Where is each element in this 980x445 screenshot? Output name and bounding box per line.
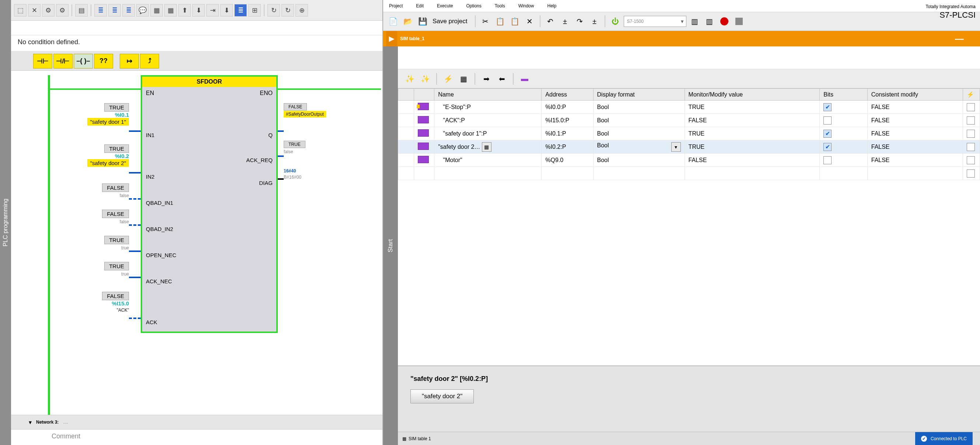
cell-action[interactable] bbox=[963, 127, 980, 140]
table-row[interactable]: "Motor"%Q9.0BoolFALSEFALSE bbox=[398, 154, 980, 167]
cell-monitor[interactable]: TRUE bbox=[684, 140, 820, 154]
cut-icon[interactable]: ✂ bbox=[479, 15, 492, 28]
in1-tag[interactable]: TRUE %I0.1 "safety door 1" bbox=[66, 103, 129, 126]
tb-icon[interactable]: ⚙ bbox=[42, 4, 54, 17]
cell-monitor[interactable]: TRUE bbox=[684, 127, 820, 140]
cell-name[interactable]: "safety door 1":P bbox=[434, 127, 542, 140]
table-row[interactable]: "safety door 1":P%I0.1:PBoolTRUE✔FALSE bbox=[398, 127, 980, 140]
tb-icon[interactable]: ▦ bbox=[164, 4, 177, 17]
cell-consistent[interactable]: FALSE bbox=[867, 154, 963, 167]
tb-icon[interactable]: ▦ bbox=[150, 4, 163, 17]
minimize-icon[interactable]: — bbox=[955, 33, 964, 44]
new-icon[interactable]: 📄 bbox=[387, 15, 399, 28]
name-picker-icon[interactable]: ▦ bbox=[482, 142, 492, 152]
compile-icon[interactable]: ▥ bbox=[689, 15, 701, 28]
tb-icon[interactable]: ≣ bbox=[94, 4, 107, 17]
cell-format[interactable]: Bool bbox=[593, 114, 684, 127]
cell-format[interactable]: Bool bbox=[593, 127, 684, 140]
box-button[interactable]: ?? bbox=[94, 54, 113, 68]
action-checkbox[interactable] bbox=[967, 130, 975, 138]
power-icon[interactable]: ⏻ bbox=[609, 15, 622, 28]
menu-help[interactable]: Help bbox=[547, 3, 556, 8]
bit-checkbox[interactable]: ✔ bbox=[823, 103, 832, 111]
tb-icon[interactable]: ⬆ bbox=[178, 4, 191, 17]
tb-icon[interactable]: ⬚ bbox=[14, 4, 27, 17]
collapse-icon[interactable]: ▾ bbox=[29, 419, 32, 426]
tb-icon[interactable]: ▤ bbox=[75, 4, 88, 17]
cell-bits[interactable] bbox=[820, 114, 867, 127]
action-checkbox[interactable] bbox=[967, 103, 975, 111]
col-consistent[interactable]: Consistent modify bbox=[867, 89, 963, 100]
bit-checkbox[interactable] bbox=[823, 116, 832, 124]
tb-icon[interactable]: ↻ bbox=[267, 4, 280, 17]
bit-checkbox[interactable]: ✔ bbox=[823, 143, 832, 151]
q-tag[interactable]: FALSE #SafetyDoorOutput bbox=[284, 103, 357, 118]
col-flash[interactable]: ⚡ bbox=[963, 89, 980, 100]
sim-table[interactable]: Name Address Display format Monitor/Modi… bbox=[398, 88, 980, 366]
cell-address[interactable]: %I0.0:P bbox=[542, 100, 593, 114]
stop-icon[interactable] bbox=[733, 15, 745, 28]
diag-tag[interactable]: 16#40 B#16#00 bbox=[284, 167, 357, 180]
tb-icon[interactable]: ↻ bbox=[282, 4, 294, 17]
action-checkbox[interactable] bbox=[967, 156, 975, 164]
tb-icon[interactable]: ✕ bbox=[28, 4, 41, 17]
tb-icon[interactable]: ≣ bbox=[108, 4, 121, 17]
flash-icon[interactable]: ⚡ bbox=[442, 73, 454, 85]
cell-address[interactable]: %I15.0:P bbox=[542, 114, 593, 127]
cell-action[interactable] bbox=[963, 154, 980, 167]
cell-action[interactable] bbox=[963, 114, 980, 127]
tb-icon[interactable]: ≣ bbox=[123, 4, 135, 17]
cell-name[interactable]: "safety door 2… ▦ bbox=[434, 140, 542, 154]
tb-icon[interactable]: ≣ bbox=[234, 4, 247, 17]
bit-checkbox[interactable] bbox=[823, 156, 832, 164]
col-blank1[interactable] bbox=[398, 89, 414, 100]
col-name[interactable]: Name bbox=[434, 89, 542, 100]
cell-monitor[interactable]: FALSE bbox=[684, 114, 820, 127]
tb-icon[interactable]: ⊞ bbox=[248, 4, 261, 17]
delete-icon[interactable]: ✕ bbox=[523, 15, 536, 28]
cell-bits[interactable]: ✔ bbox=[820, 127, 867, 140]
device-select[interactable]: S7-1500 bbox=[624, 16, 686, 27]
col-blank2[interactable] bbox=[414, 89, 434, 100]
save-project-label[interactable]: Save project bbox=[433, 17, 468, 25]
contact-nc-button[interactable]: ⊣/⊢ bbox=[53, 54, 73, 68]
open-icon[interactable]: 📂 bbox=[402, 15, 414, 28]
col-address[interactable]: Address bbox=[542, 89, 593, 100]
action-checkbox[interactable] bbox=[967, 143, 975, 151]
detail-button[interactable]: "safety door 2" bbox=[410, 389, 474, 404]
menu-edit[interactable]: Edit bbox=[416, 3, 424, 8]
col-monitor-modify[interactable]: Monitor/Modify value bbox=[684, 89, 820, 100]
menu-project[interactable]: Project bbox=[389, 3, 402, 8]
coil-button[interactable]: –( )– bbox=[74, 54, 93, 68]
bit-checkbox[interactable]: ✔ bbox=[823, 130, 832, 138]
plc-programming-tab[interactable]: PLC programming bbox=[0, 0, 11, 445]
qbad1-tag[interactable]: FALSE false bbox=[66, 183, 129, 198]
cell-action[interactable] bbox=[963, 100, 980, 114]
status-tab[interactable]: SIM table 1 bbox=[409, 436, 431, 441]
qbad2-tag[interactable]: FALSE false bbox=[66, 210, 129, 224]
table-row[interactable]: "E-Stop":P%I0.0:PBoolTRUE✔FALSE bbox=[398, 100, 980, 114]
stb-icon[interactable]: ✨ bbox=[419, 73, 431, 85]
record-icon[interactable] bbox=[718, 15, 730, 28]
tb-icon[interactable]: ⊕ bbox=[296, 4, 308, 17]
expand-arrow-icon[interactable]: ▶ bbox=[386, 31, 397, 46]
menu-execute[interactable]: Execute bbox=[437, 3, 453, 8]
sfdoor-block[interactable]: SFDOOR EN ENO IN1 IN2 QBAD_IN1 QBAD_IN2 … bbox=[141, 75, 278, 333]
cell-monitor[interactable]: FALSE bbox=[684, 154, 820, 167]
cell-bits[interactable]: ✔ bbox=[820, 100, 867, 114]
import-icon[interactable]: ⬅ bbox=[496, 73, 508, 85]
cell-consistent[interactable]: FALSE bbox=[867, 114, 963, 127]
copy-icon[interactable]: 📋 bbox=[494, 15, 507, 28]
in2-tag[interactable]: TRUE %I0.2 "safety door 2" bbox=[66, 145, 129, 167]
table-row-empty[interactable] bbox=[398, 167, 980, 180]
ack-tag[interactable]: FALSE %I15.0 "ACK" bbox=[66, 292, 129, 313]
branch-up-button[interactable]: ⤴ bbox=[140, 54, 159, 68]
ackreq-tag[interactable]: TRUE false bbox=[284, 141, 357, 154]
cell-name[interactable]: "E-Stop":P bbox=[434, 100, 542, 114]
menu-options[interactable]: Options bbox=[466, 3, 481, 8]
cell-bits[interactable]: ✔ bbox=[820, 140, 867, 154]
cell-format[interactable]: Bool bbox=[593, 154, 684, 167]
action-checkbox[interactable] bbox=[967, 170, 975, 178]
comment-field[interactable]: Comment bbox=[11, 429, 382, 445]
ladder-canvas[interactable]: SFDOOR EN ENO IN1 IN2 QBAD_IN1 QBAD_IN2 … bbox=[11, 71, 382, 415]
